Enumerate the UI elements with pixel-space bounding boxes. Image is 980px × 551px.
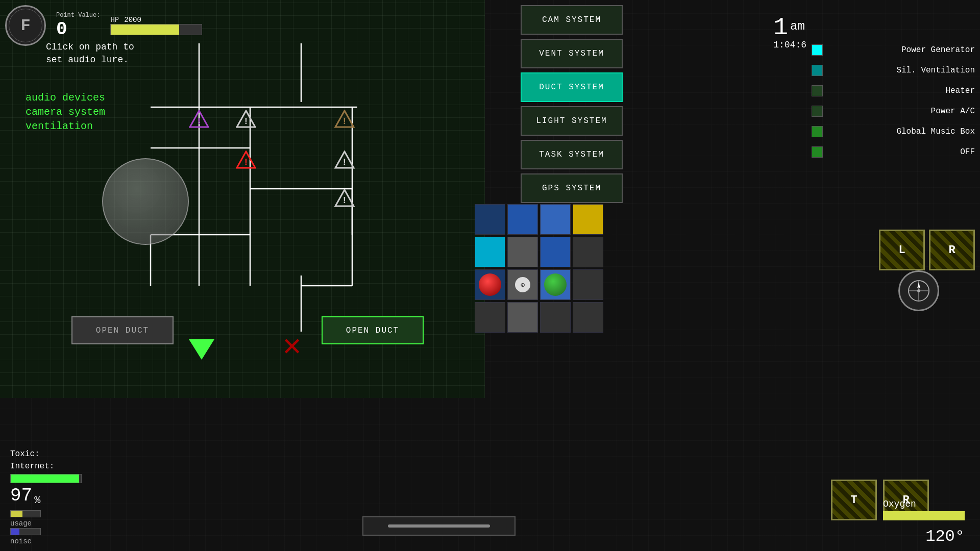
faction-badge: F [5, 5, 46, 46]
power-indicator-ventilation [812, 65, 823, 76]
hazard-btn-T[interactable]: T [831, 480, 877, 520]
usage-bar-container [10, 510, 41, 517]
power-item-off: OFF [812, 143, 975, 161]
green-arrow-indicator [189, 339, 214, 360]
entity-cell-0-0[interactable] [475, 204, 505, 235]
hp-label: HP [110, 16, 119, 24]
flashlight-icon: ⊙ [515, 277, 530, 292]
map-entity-circle [102, 158, 189, 245]
entity-cell-0-3[interactable] [573, 204, 603, 235]
power-item-music: Global Music Box [812, 122, 975, 141]
time-minutes: 1:04:6 [773, 40, 806, 50]
entity-red-circle [479, 273, 501, 296]
power-label-heater: Heater [827, 86, 975, 95]
entity-cell-2-3[interactable] [573, 269, 603, 300]
noise-bar-container [10, 528, 41, 535]
entity-cell-2-0[interactable] [475, 269, 505, 300]
warning-white-3: ! [334, 189, 355, 207]
time-display: 1 am 1:04:6 [773, 15, 806, 50]
noise-bar [11, 529, 19, 535]
oxygen-label: Oxygen [883, 499, 965, 509]
internet-percent: % [34, 494, 40, 506]
usage-bar [11, 511, 22, 517]
svg-text:!: ! [243, 116, 249, 127]
sidebar-list: audio devices camera system ventilation [26, 92, 105, 135]
hp-bar [111, 24, 179, 35]
entity-cell-2-2[interactable] [540, 269, 571, 300]
power-indicator-ac [812, 106, 823, 117]
bottom-center-bar [362, 516, 516, 536]
duct-system-button[interactable]: DUCT SYSTEM [521, 72, 623, 102]
time-hour: 1 [773, 15, 788, 40]
vent-system-button[interactable]: VENT SYSTEM [521, 39, 623, 68]
usage-section: usage [10, 510, 194, 528]
warning-white-2: ! [334, 151, 355, 169]
entity-cell-1-2[interactable] [540, 237, 571, 267]
usage-label: usage [10, 519, 32, 528]
hazard-btn-R-top[interactable]: R [929, 230, 975, 270]
entity-cell-0-2[interactable] [540, 204, 571, 235]
toxic-label: Toxic: [10, 449, 51, 459]
task-system-button[interactable]: TASK SYSTEM [521, 140, 623, 169]
entity-cell-1-1[interactable] [507, 237, 538, 267]
duct-btn-left[interactable]: OPEN DUCT [71, 316, 174, 344]
warning-brown: ! [334, 110, 355, 128]
internet-value-row: 97 % [10, 485, 194, 506]
power-label-ventilation: Sil. Ventilation [827, 66, 975, 75]
warning-white-1: ! [236, 110, 256, 128]
entity-cell-3-0[interactable] [475, 302, 505, 333]
duct-btn-right[interactable]: OPEN DUCT [322, 316, 424, 344]
oxygen-value: 120° [925, 527, 965, 546]
svg-point-28 [917, 289, 920, 292]
oxygen-display: Oxygen [883, 499, 965, 520]
entity-cell-3-1[interactable] [507, 302, 538, 333]
noise-label: noise [10, 537, 32, 545]
sidebar-item-audio[interactable]: audio devices [26, 92, 105, 104]
warning-purple: ! [189, 110, 209, 128]
faction-letter: F [20, 16, 30, 35]
hazard-label-R-top: R [948, 244, 955, 257]
sidebar-item-camera[interactable]: camera system [26, 106, 105, 118]
gps-system-button[interactable]: GPS SYSTEM [521, 173, 623, 203]
hazard-label-T: T [850, 494, 857, 507]
hp-bar-container [110, 24, 202, 35]
internet-bar-container [10, 474, 82, 483]
center-bar-fill [388, 524, 490, 528]
hazard-btn-L[interactable]: L [879, 230, 925, 270]
power-item-ac: Power A/C [812, 102, 975, 120]
power-label-ac: Power A/C [827, 107, 975, 116]
power-item-heater: Heater [812, 82, 975, 100]
radar-icon[interactable] [898, 270, 939, 311]
entity-cell-1-0[interactable] [475, 237, 505, 267]
entity-cell-1-3[interactable] [573, 237, 603, 267]
instruction-line2: set audio lure. [46, 54, 134, 66]
noise-section: noise [10, 528, 194, 546]
power-item-ventilation: Sil. Ventilation [812, 61, 975, 80]
toxic-row: Toxic: [10, 449, 194, 459]
light-system-button[interactable]: LIGHT SYSTEM [521, 106, 623, 136]
internet-value: 97 [10, 485, 32, 506]
hazard-buttons-top: L R [879, 230, 975, 270]
svg-text:!: ! [197, 116, 202, 127]
entity-cell-0-1[interactable] [507, 204, 538, 235]
hazard-label-L: L [898, 244, 905, 257]
entity-green-circle [544, 273, 567, 296]
svg-text:!: ! [342, 195, 348, 206]
svg-text:!: ! [342, 116, 348, 127]
cam-system-button[interactable]: CAM SYSTEM [521, 5, 623, 35]
point-value: 0 [56, 19, 100, 40]
instruction-text: Click on path to set audio lure. [46, 41, 134, 66]
top-hud: F Point Value: 0 HP 2000 [5, 5, 202, 46]
bottom-hud: Toxic: Internet: 97 % usage noise [0, 444, 204, 551]
internet-row: Internet: [10, 462, 194, 471]
entity-cell-2-1[interactable]: ⊙ [507, 269, 538, 300]
power-panel: Power Generator Sil. Ventilation Heater … [812, 41, 975, 161]
instruction-line1: Click on path to [46, 41, 134, 54]
svg-text:!: ! [243, 157, 249, 167]
power-label-generator: Power Generator [827, 45, 975, 55]
entity-cell-3-2[interactable] [540, 302, 571, 333]
sidebar-item-ventilation[interactable]: ventilation [26, 120, 105, 132]
entity-cell-3-3[interactable] [573, 302, 603, 333]
point-section: Point Value: 0 [56, 12, 100, 40]
hp-value: 2000 [124, 16, 141, 24]
